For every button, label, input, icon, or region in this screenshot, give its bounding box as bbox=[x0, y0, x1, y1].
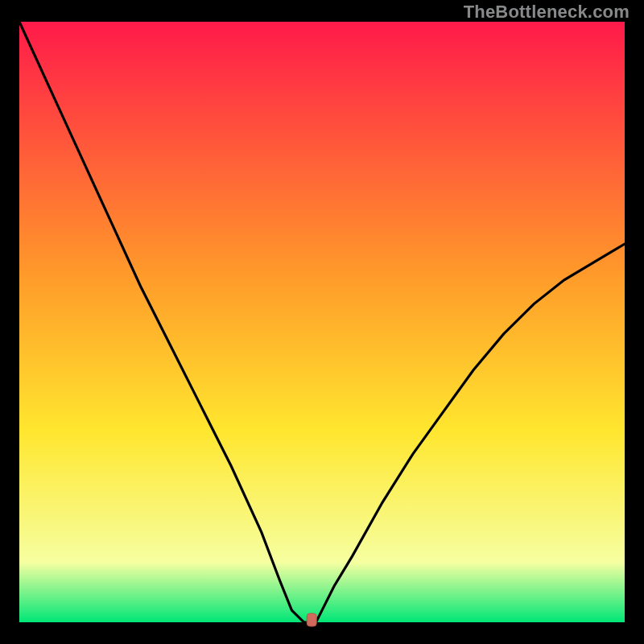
bottleneck-chart bbox=[0, 0, 644, 644]
plot-background bbox=[19, 22, 625, 622]
watermark-text: TheBottleneck.com bbox=[464, 2, 630, 23]
chart-frame: { "watermark": "TheBottleneck.com", "col… bbox=[0, 0, 644, 644]
optimum-marker bbox=[307, 613, 316, 626]
